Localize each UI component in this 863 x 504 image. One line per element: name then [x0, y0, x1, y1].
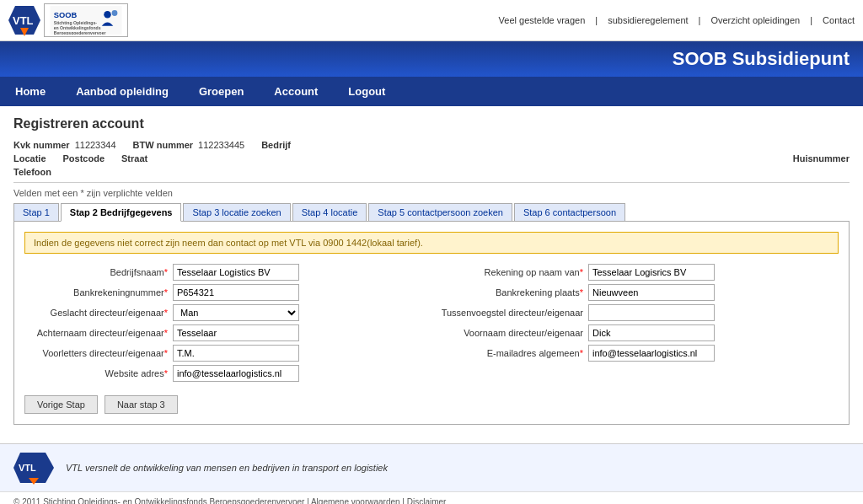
nav-logout[interactable]: Logout — [333, 77, 400, 106]
straat-label: Straat — [121, 153, 147, 164]
warning-box: Indien de gegevens niet correct zijn nee… — [24, 232, 839, 254]
form-row-email: E-mailadres algemeen* — [440, 345, 839, 362]
kvk-value: 11223344 — [75, 140, 116, 150]
form-row-achternaam: Achternaam directeur/eigenaar* — [24, 324, 423, 341]
form-grid: Bedrijfsnaam* Bankrekeningnummer* Geslac… — [24, 264, 839, 385]
svg-text:Stichting Opleidings-: Stichting Opleidings- — [54, 20, 98, 25]
tab-stap1[interactable]: Stap 1 — [13, 203, 59, 222]
svg-point-8 — [104, 11, 111, 19]
info-row: Kvk nummer 11223344 BTW nummer 112233445… — [13, 140, 850, 150]
form-container: Indien de gegevens niet correct zijn nee… — [13, 221, 850, 425]
tab-stap2[interactable]: Stap 2 Bedrijfgegevens — [61, 203, 182, 222]
label-voornaam: Voornaam directeur/eigenaar — [440, 328, 583, 338]
nav-account[interactable]: Account — [259, 77, 333, 106]
form-row-website: Website adres* — [24, 365, 423, 382]
link-contact[interactable]: Contact — [823, 15, 855, 25]
info-row2: Locatie Postcode Straat Huisnummer — [13, 153, 850, 164]
main-content: Registreren account Kvk nummer 11223344 … — [0, 106, 863, 435]
btw-value: 112233445 — [198, 140, 244, 150]
footer-vtl: VTL VTL versnelt de ontwikkeling van men… — [0, 443, 863, 491]
kvk-cell: Kvk nummer 11223344 — [13, 140, 116, 150]
footer-vtl-logo: VTL — [13, 451, 56, 485]
svg-text:SOOB: SOOB — [54, 11, 78, 19]
locatie-label: Locatie — [13, 153, 46, 164]
straat-cell: Straat — [121, 153, 147, 164]
nav-groepen[interactable]: Groepen — [184, 77, 259, 106]
page-title: Registreren account — [13, 116, 850, 131]
svg-point-9 — [112, 10, 118, 16]
nav-aanbod[interactable]: Aanbod opleiding — [61, 77, 184, 106]
btn-prev[interactable]: Vorige Stap — [24, 395, 98, 414]
huisnummer-label: Huisnummer — [793, 153, 850, 164]
svg-text:VTL: VTL — [19, 463, 36, 473]
link-faq[interactable]: Veel gestelde vragen — [499, 15, 586, 25]
logo-area: VTL SOOB Stichting Opleidings- en Ontwik… — [8, 3, 128, 37]
tab-stap4[interactable]: Stap 4 locatie — [292, 203, 367, 222]
form-row-bankrekening-plaats: Bankrekening plaats* — [440, 284, 839, 301]
postcode-cell: Postcode — [63, 153, 105, 164]
postcode-label: Postcode — [63, 153, 105, 164]
bedrijf-label: Bedrijf — [261, 140, 291, 150]
svg-text:en Ontwikkelingsfonds: en Ontwikkelingsfonds — [54, 25, 101, 30]
label-achternaam: Achternaam directeur/eigenaar* — [24, 328, 168, 338]
tab-stap6[interactable]: Stap 6 contactpersoon — [514, 203, 625, 222]
huisnummer-cell: Huisnummer — [793, 153, 850, 164]
tab-stap5[interactable]: Stap 5 contactpersoon zoeken — [368, 203, 512, 222]
label-website: Website adres* — [24, 368, 168, 378]
step-tabs: Stap 1 Stap 2 Bedrijfgegevens Stap 3 loc… — [13, 203, 850, 222]
info-row3: Telefoon — [13, 167, 850, 177]
footer-copy: © 2011 Stichting Opleidings- en Ontwikke… — [0, 491, 863, 504]
vtl-logo-svg: VTL — [8, 4, 40, 36]
link-subsidie[interactable]: subsidieregelement — [608, 15, 688, 25]
label-voorletters: Voorletters directeur/eigenaar* — [24, 348, 168, 358]
btn-row: Vorige Stap Naar stap 3 — [24, 395, 839, 414]
main-nav: Home Aanbod opleiding Groepen Account Lo… — [0, 77, 863, 106]
form-row-bankrek: Bankrekeningnummer* — [24, 284, 423, 301]
label-geslacht: Geslacht directeur/eigenaar* — [24, 308, 168, 318]
btn-next[interactable]: Naar stap 3 — [105, 395, 178, 414]
label-bankrek: Bankrekeningnummer* — [24, 287, 168, 298]
bedrijf-cell: Bedrijf — [261, 140, 291, 150]
input-voornaam[interactable] — [588, 324, 715, 341]
form-row-voorletters: Voorletters directeur/eigenaar* — [24, 345, 423, 362]
label-tussenvoegsel: Tussenvoegstel directeur/eigenaar — [440, 308, 583, 318]
input-tussenvoegsel[interactable] — [588, 304, 715, 321]
required-note: Velden met een * zijn verplichte velden — [13, 188, 850, 198]
top-links: Veel gestelde vragen | subsidieregelemen… — [499, 15, 855, 25]
form-row-geslacht: Geslacht directeur/eigenaar* Man Vrouw — [24, 304, 423, 321]
brand-header: SOOB Subsidiepunt — [0, 41, 863, 77]
btw-cell: BTW nummer 112233445 — [133, 140, 245, 150]
divider — [13, 182, 850, 183]
nav-home[interactable]: Home — [0, 77, 61, 106]
label-rekening-naam: Rekening op naam van* — [440, 267, 583, 277]
footer-vtl-text: VTL versnelt de ontwikkeling van mensen … — [66, 463, 388, 473]
tab-stap3[interactable]: Stap 3 locatie zoeken — [183, 203, 290, 222]
soob-logo-svg: SOOB Stichting Opleidings- en Ontwikkeli… — [44, 3, 128, 37]
kvk-label: Kvk nummer — [13, 140, 70, 150]
label-email: E-mailadres algemeen* — [440, 348, 583, 358]
footer-copy-text: © 2011 Stichting Opleidings- en Ontwikke… — [13, 497, 446, 504]
input-bedrijfsnaam[interactable] — [173, 264, 299, 281]
btw-label: BTW nummer — [133, 140, 194, 150]
form-left-col: Bedrijfsnaam* Bankrekeningnummer* Geslac… — [24, 264, 423, 385]
form-row-rekening-naam: Rekening op naam van* — [440, 264, 839, 281]
input-website[interactable] — [173, 365, 299, 382]
input-achternaam[interactable] — [173, 324, 299, 341]
link-opleidingen[interactable]: Overzicht opleidingen — [710, 15, 800, 25]
input-email[interactable] — [588, 345, 715, 362]
svg-text:Beroepsgoederenvervoer: Beroepsgoederenvervoer — [54, 30, 106, 35]
telefoon-cell: Telefoon — [13, 167, 51, 177]
input-bankrekening-plaats[interactable] — [588, 284, 715, 301]
input-bankrek[interactable] — [173, 284, 299, 301]
locatie-cell: Locatie — [13, 153, 46, 164]
input-voorletters[interactable] — [173, 345, 299, 362]
form-row-tussenvoegsel: Tussenvoegstel directeur/eigenaar — [440, 304, 839, 321]
label-bedrijfsnaam: Bedrijfsnaam* — [24, 267, 168, 277]
brand-title: SOOB Subsidiepunt — [673, 48, 850, 69]
vtl-logo: VTL SOOB Stichting Opleidings- en Ontwik… — [8, 3, 128, 37]
form-right-col: Rekening op naam van* Bankrekening plaat… — [440, 264, 839, 385]
input-rekening-naam[interactable] — [588, 264, 715, 281]
select-geslacht[interactable]: Man Vrouw — [173, 304, 299, 321]
form-row-bedrijfsnaam: Bedrijfsnaam* — [24, 264, 423, 281]
telefoon-label: Telefoon — [13, 167, 51, 177]
